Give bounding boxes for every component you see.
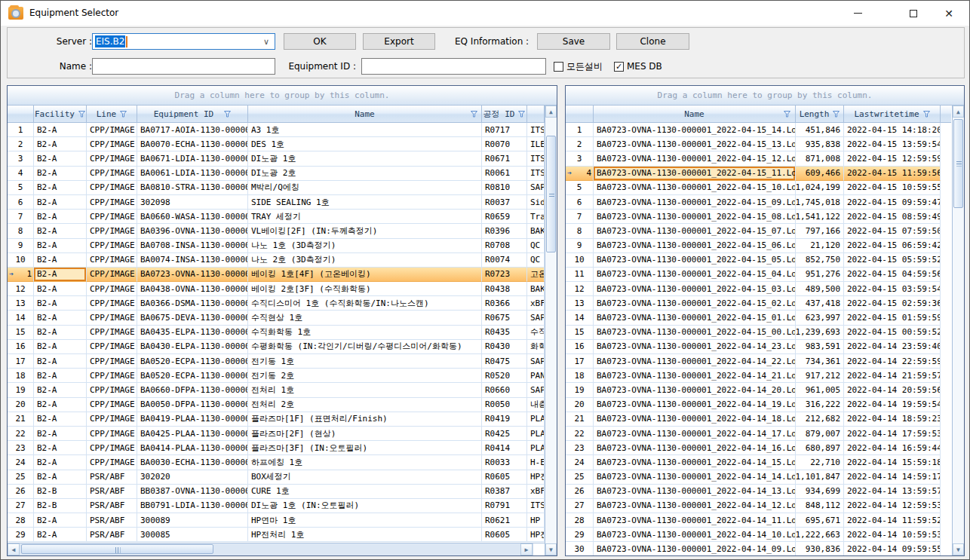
table-cell[interactable]: B2-A [34, 296, 87, 311]
table-cell[interactable]: BA0723-OVNA-1130-000001_2022-04-14_19.Lo… [594, 398, 796, 412]
table-row[interactable]: 23B2-ACPP/IMAGEBA0414-PLAA-1130-000001플라… [8, 441, 545, 455]
table-cell[interactable]: 2022-04-15 10:59:55 [844, 181, 941, 195]
table-cell[interactable]: R0435 [482, 326, 527, 340]
row-number-cell[interactable]: 25 [8, 470, 34, 485]
table-cell[interactable]: HP전처리 1호 [248, 528, 482, 542]
table-cell[interactable]: 2022-04-15 01:59:59 [844, 311, 941, 325]
row-number-cell[interactable]: 16 [566, 340, 594, 354]
table-cell[interactable]: BA0723-OVNA-1130-000001_2022-04-14_13.Lo… [594, 485, 796, 499]
table-cell[interactable]: 2022-04-15 07:59:50 [844, 224, 941, 238]
table-cell[interactable] [941, 383, 951, 397]
table-row[interactable]: 28B2-APSR/ABF300089HP연마 1호R0621HP 연 [8, 513, 545, 528]
scroll-down-icon[interactable]: ▼ [953, 543, 964, 555]
table-cell[interactable]: 21,120 [796, 239, 844, 253]
table-cell[interactable]: 2022-04-15 06:59:42 [844, 239, 941, 253]
table-cell[interactable]: BA0723-OVNA-1130-000001_2022-04-14_14.Lo… [594, 470, 796, 485]
horizontal-scroll-thumb[interactable] [21, 544, 213, 554]
table-cell[interactable]: BA0723-OVNA-1130-000001_2022-04-14_12.Lo… [594, 499, 796, 513]
row-number-cell[interactable]: 3 [8, 151, 34, 166]
table-cell[interactable]: 2022-04-14 22:59:59 [844, 354, 941, 369]
table-row[interactable]: 20B2-ACPP/IMAGEBA0050-DFPA-1130-000001전처… [8, 398, 545, 412]
table-cell[interactable]: 2022-04-15 11:59:56 [844, 167, 941, 181]
table-cell[interactable]: 2022-04-15 00:59:52 [844, 326, 941, 340]
row-number-cell[interactable]: 1 [566, 123, 594, 137]
row-number-cell[interactable]: 14 [566, 311, 594, 325]
table-cell[interactable]: 935,838 [796, 137, 844, 151]
table-cell[interactable]: 609,466 [796, 167, 844, 181]
table-cell[interactable]: B2-A [34, 239, 87, 253]
table-cell[interactable]: B2-A [34, 412, 87, 427]
row-number-cell[interactable]: 18 [566, 369, 594, 383]
table-row[interactable]: 15BA0723-OVNA-1130-000001_2022-04-15_00.… [566, 326, 952, 340]
table-row[interactable]: 18BA0723-OVNA-1130-000001_2022-04-14_21.… [566, 369, 952, 383]
row-number-cell[interactable]: 10 [8, 253, 34, 268]
table-cell[interactable]: 플라즈마[1F] (표면처리/Finish) [248, 412, 482, 427]
table-row[interactable]: 10B2-ACPP/IMAGEBA0074-INSA-1130-000001나노… [8, 253, 545, 268]
table-cell[interactable] [941, 499, 951, 513]
row-number-cell[interactable]: 21 [566, 412, 594, 427]
table-cell[interactable]: R0033 [482, 455, 527, 470]
table-cell[interactable]: 전처리 2호 [248, 398, 482, 412]
table-cell[interactable] [941, 412, 951, 427]
row-number-cell[interactable]: 4 [8, 167, 34, 181]
table-row[interactable]: 18B2-ACPP/IMAGEBA0520-ECPA-1130-000002전기… [8, 369, 545, 383]
table-cell[interactable]: DES 1호 [248, 137, 482, 151]
row-number-cell[interactable]: 7 [8, 210, 34, 224]
table-cell[interactable]: R0430 [482, 340, 527, 354]
table-cell[interactable]: 수직화학동 1호 [248, 326, 482, 340]
table-cell[interactable]: BA0030-ECHA-1130-000001 [137, 455, 248, 470]
table-row[interactable]: 25B2-APSR/ABF302020BOX세정기R0605HP전 [8, 470, 545, 485]
minimize-button[interactable] [835, 1, 880, 26]
table-cell[interactable]: BA0723-OVNA-1130-000001_2022-04-14_16.Lo… [594, 441, 796, 455]
table-cell[interactable]: 2022-04-14 21:59:57 [844, 369, 941, 383]
row-number-cell[interactable]: 17 [8, 354, 34, 369]
table-cell[interactable]: BA0723-OVNA-1130-000001_2022-04-15_09.Lo… [594, 195, 796, 210]
row-number-cell[interactable]: 13 [8, 296, 34, 311]
table-cell[interactable]: R0723 [482, 268, 527, 282]
table-cell[interactable]: R0605 [482, 470, 527, 485]
row-number-cell[interactable]: 23 [566, 441, 594, 455]
table-row[interactable]: 1BA0723-OVNA-1130-000001_2022-04-15_14.L… [566, 123, 952, 137]
table-cell[interactable]: CPP/IMAGE [87, 137, 137, 151]
table-cell[interactable]: CPP/IMAGE [87, 151, 137, 166]
table-cell[interactable] [941, 296, 951, 311]
server-combobox[interactable]: EIS.B2 ∨ [92, 33, 275, 50]
table-row[interactable]: 29BA0723-OVNA-1130-000001_2022-04-14_10.… [566, 528, 952, 542]
row-number-cell[interactable]: 3 [566, 151, 594, 166]
table-cell[interactable]: 내층 [527, 398, 545, 412]
table-row[interactable]: 5BA0723-OVNA-1130-000001_2022-04-15_10.L… [566, 181, 952, 195]
row-number-cell[interactable]: 29 [566, 528, 594, 542]
row-number-cell[interactable]: 20 [566, 398, 594, 412]
table-row[interactable]: 12B2-ACPP/IMAGEBA0438-OVNA-1130-000001베이… [8, 282, 545, 296]
table-cell[interactable]: 하프에칭 1호 [248, 455, 482, 470]
row-number-cell[interactable]: 25 [566, 470, 594, 485]
table-cell[interactable]: R0425 [482, 427, 527, 441]
table-cell[interactable]: 2022-04-14 11:59:52 [844, 513, 941, 528]
table-cell[interactable]: BA0366-DSMA-1130-000001 [137, 296, 248, 311]
table-cell[interactable]: HP연마 1호 [248, 513, 482, 528]
table-cell[interactable]: B2-A [34, 470, 87, 485]
table-cell[interactable]: QC G [527, 239, 545, 253]
row-number-cell[interactable]: 19 [566, 383, 594, 397]
table-cell[interactable]: R0037 [482, 195, 527, 210]
table-cell[interactable]: 489,500 [796, 282, 844, 296]
scroll-right-icon[interactable]: ▶ [520, 543, 533, 555]
table-cell[interactable]: 나노 1호 (3D측정기) [248, 239, 482, 253]
row-number-cell[interactable]: 10 [566, 253, 594, 268]
row-number-cell[interactable]: 27 [8, 499, 34, 513]
table-cell[interactable]: TRAY 세정기 [248, 210, 482, 224]
table-cell[interactable] [941, 441, 951, 455]
table-row[interactable]: 30BA0723-OVNA-1130-000001_2022-04-14_09.… [566, 542, 952, 555]
table-row[interactable]: 16BA0723-OVNA-1130-000001_2022-04-14_23.… [566, 340, 952, 354]
table-cell[interactable] [941, 398, 951, 412]
table-row[interactable]: 23BA0723-OVNA-1130-000001_2022-04-14_16.… [566, 441, 952, 455]
table-cell[interactable] [941, 326, 951, 340]
table-cell[interactable]: BA0520-ECPA-1130-000002 [137, 369, 248, 383]
table-cell[interactable]: 전기동 2호 [248, 369, 482, 383]
table-cell[interactable] [941, 123, 951, 137]
table-cell[interactable]: BA0723-OVNA-1130-000001_2022-04-15_11.Lo… [594, 167, 796, 181]
filter-icon[interactable] [784, 111, 790, 118]
table-cell[interactable]: 212,682 [796, 412, 844, 427]
table-cell[interactable]: 930,836 [796, 542, 844, 555]
table-cell[interactable]: B2-A [34, 268, 87, 282]
